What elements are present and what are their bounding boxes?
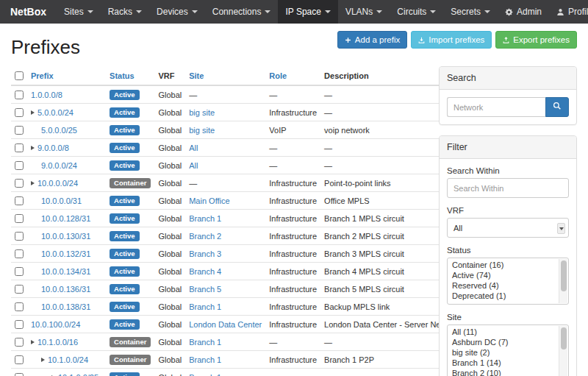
select-all-checkbox[interactable] [15, 71, 24, 80]
row-checkbox[interactable] [15, 285, 24, 294]
row-checkbox[interactable] [15, 126, 24, 135]
row-checkbox[interactable] [15, 267, 24, 276]
site-link[interactable]: — [189, 179, 197, 188]
site-link[interactable]: Branch 1 [189, 373, 221, 376]
site-link[interactable]: Branch 1 [189, 355, 221, 364]
search-input[interactable] [447, 97, 545, 117]
navbar-item[interactable]: IP Space [278, 0, 337, 24]
navbar-item[interactable]: Secrets [443, 0, 498, 24]
row-checkbox[interactable] [15, 355, 24, 364]
site-option[interactable]: Branch 1 (14) [449, 358, 557, 368]
prefix-link[interactable]: 5.0.0.0/24 [37, 108, 74, 117]
prefix-link[interactable]: 10.0.0.130/31 [41, 232, 90, 241]
site-link[interactable]: London Data Center [189, 320, 262, 329]
prefix-link[interactable]: 9.0.0.0/8 [37, 143, 69, 152]
status-option[interactable]: Active (74) [449, 270, 557, 280]
row-checkbox[interactable] [15, 179, 24, 188]
vrf-cell: Global [154, 280, 185, 298]
row-checkbox[interactable] [15, 338, 24, 347]
scrollbar[interactable] [559, 326, 567, 376]
column-header[interactable]: Status [106, 66, 154, 85]
navbar-item[interactable]: Connections [205, 0, 279, 24]
prefix-link[interactable]: 10.0.0.0/24 [37, 179, 78, 188]
row-checkbox[interactable] [15, 249, 24, 258]
site-link[interactable]: Branch 1 [189, 214, 221, 223]
site-option[interactable]: big site (2) [449, 347, 557, 358]
navbar-item[interactable]: Circuits [390, 0, 443, 24]
site-link[interactable]: Main Office [189, 196, 229, 205]
site-link[interactable]: — [189, 91, 197, 99]
navbar-item[interactable]: Devices [149, 0, 205, 24]
status-option[interactable]: Reserved (4) [449, 280, 557, 291]
site-link[interactable]: big site [189, 108, 215, 117]
row-checkbox[interactable] [15, 373, 24, 376]
status-multiselect[interactable]: Container (16) Active (74) Reserved (4) … [447, 258, 569, 305]
column-header[interactable]: VRF [154, 66, 185, 85]
row-checkbox[interactable] [15, 143, 24, 152]
site-link[interactable]: Branch 2 [189, 232, 221, 241]
site-link[interactable]: Branch 1 [189, 338, 221, 347]
import-prefixes-button[interactable]: Import prefixes [411, 31, 492, 49]
site-multiselect[interactable]: All (11) Ashburn DC (7) big site (2) Bra… [447, 324, 569, 376]
row-check-cell [11, 263, 27, 280]
search-within-input[interactable] [447, 178, 569, 198]
prefix-link[interactable]: 10.0.0.0/31 [41, 196, 82, 205]
prefix-inner: 10.0.100.0/24 [31, 320, 80, 329]
brand-logo[interactable]: NetBox [0, 0, 57, 24]
site-link[interactable]: Branch 5 [189, 285, 221, 294]
prefix-link[interactable]: 10.0.0.132/31 [41, 249, 90, 258]
site-link[interactable]: big site [189, 126, 215, 135]
status-badge: Container [110, 337, 151, 347]
row-checkbox[interactable] [15, 232, 24, 241]
navbar-item[interactable]: Sites [57, 0, 101, 24]
site-link[interactable]: Branch 1 [189, 302, 221, 311]
site-link[interactable]: Branch 3 [189, 249, 221, 258]
row-checkbox[interactable] [15, 108, 24, 117]
row-checkbox[interactable] [15, 302, 24, 311]
row-checkbox[interactable] [15, 91, 24, 99]
prefix-link[interactable]: 10.0.0.134/31 [41, 267, 90, 276]
site-link[interactable]: Branch 4 [189, 267, 221, 276]
navbar-item[interactable]: VLANs [338, 0, 390, 24]
prefix-link[interactable]: 10.1.0.0/25 [58, 373, 98, 376]
column-header[interactable]: Prefix [27, 66, 106, 85]
site-link[interactable]: All [189, 161, 198, 170]
status-cell: Container [106, 174, 154, 192]
status-option[interactable]: Container (16) [449, 260, 557, 270]
admin-link[interactable]: Admin [498, 0, 549, 24]
prefix-link[interactable]: 10.1.0.0/24 [48, 355, 88, 364]
navbar-item[interactable]: Racks [101, 0, 149, 24]
prefix-link[interactable]: 5.0.0.0/25 [41, 126, 77, 135]
row-checkbox[interactable] [15, 214, 24, 223]
prefix-cell: 10.0.0.0/31 [27, 192, 106, 210]
sidebar: Search Filter Search Within [439, 66, 577, 376]
prefix-link[interactable]: 10.0.100.0/24 [31, 320, 80, 329]
site-cell: big site [185, 121, 265, 139]
status-badge: Active [110, 231, 140, 241]
export-prefixes-button[interactable]: Export prefixes [495, 31, 577, 49]
prefix-link[interactable]: 1.0.0.0/8 [31, 91, 62, 99]
prefix-link[interactable]: 10.1.0.0/16 [37, 338, 78, 347]
site-option[interactable]: All (11) [449, 327, 557, 337]
prefix-link[interactable]: 10.0.0.128/31 [41, 214, 90, 223]
status-badge: Active [110, 249, 140, 259]
site-link[interactable]: All [189, 143, 198, 152]
prefix-link[interactable]: 10.0.0.136/31 [41, 285, 90, 294]
search-button[interactable] [545, 97, 569, 117]
row-checkbox[interactable] [15, 320, 24, 329]
prefix-link[interactable]: 10.0.0.138/31 [41, 302, 90, 311]
status-option[interactable]: Deprecated (1) [449, 291, 557, 301]
site-option[interactable]: Ashburn DC (7) [449, 337, 557, 347]
scrollbar[interactable] [559, 259, 567, 303]
vrf-select[interactable]: All [447, 218, 569, 238]
role-cell: Infrastructure [265, 192, 320, 210]
site-cell: Branch 1 [185, 333, 265, 351]
profile-link[interactable]: Profile [549, 0, 588, 24]
prefix-link[interactable]: 9.0.0.0/24 [41, 161, 77, 170]
row-checkbox[interactable] [15, 196, 24, 205]
column-header[interactable]: Role [265, 66, 320, 85]
row-checkbox[interactable] [15, 161, 24, 170]
add-prefix-button[interactable]: Add a prefix [337, 31, 407, 49]
column-header[interactable]: Site [185, 66, 265, 85]
site-option[interactable]: Branch 2 (10) [449, 368, 557, 376]
